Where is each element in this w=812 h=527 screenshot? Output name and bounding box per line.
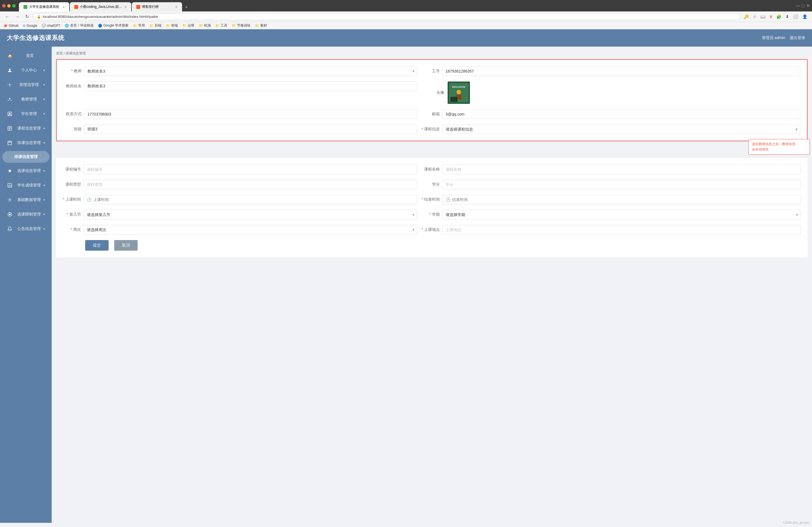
bookmark-scholar[interactable]: 🔵 Google 学术搜索 — [98, 23, 128, 28]
reader-icon[interactable]: 📖 — [759, 14, 767, 20]
bookmark-ops[interactable]: 📁 运维 — [182, 23, 194, 28]
logout-button[interactable]: 退出登录 — [790, 35, 805, 41]
start-time-wrapper[interactable]: 🕐 — [83, 195, 417, 204]
sidebar-label-schedule: 排课信息管理 — [15, 141, 43, 145]
bookmark-github[interactable]: 🐙 Github — [3, 24, 18, 28]
vivaldi-icon[interactable]: V — [768, 14, 773, 19]
minimize-button[interactable] — [7, 4, 11, 8]
password-icon[interactable]: 🔑 — [742, 14, 750, 20]
credit-input[interactable] — [442, 180, 801, 189]
class-input[interactable] — [84, 125, 417, 134]
end-time-input[interactable] — [452, 197, 797, 202]
teacher-label: 教师 — [63, 69, 82, 74]
profile-icon[interactable]: 👤 — [801, 14, 809, 20]
tab-xiaocai[interactable]: 小蔡coding_Java,Linux,前端-C... × — [70, 2, 131, 12]
course-type-input[interactable] — [83, 180, 417, 189]
form-row-name: 教师姓名 头像 EDUCATION — [63, 82, 800, 104]
sidebar-label-admin: 管理员管理 — [15, 82, 43, 87]
bookmark-backend[interactable]: 📁 后端 — [149, 23, 161, 28]
sidebar-item-profile[interactable]: 个人中心 ▾ — [2, 64, 49, 77]
bookmark-star[interactable]: ☆ — [752, 14, 757, 20]
main-layout: 🏠 首页 个人中心 ▾ 管理员管理 ▾ 教师 — [0, 47, 812, 523]
start-time-input[interactable] — [93, 197, 413, 202]
submit-button[interactable]: 提交 — [85, 240, 108, 251]
teacher-name-input[interactable] — [84, 82, 417, 91]
browser-minimize[interactable]: — — [796, 3, 800, 9]
sidebar-item-limit[interactable]: 选课限制管理 ▾ — [2, 208, 49, 221]
sidebar-item-selection[interactable]: 选课信息管理 ▾ — [2, 164, 49, 177]
download-icon[interactable]: ⬇ — [784, 14, 790, 20]
bookmark-material[interactable]: 📁 素材 — [255, 23, 267, 28]
bookmark-frontend[interactable]: 📁 前端 — [166, 23, 178, 28]
bookmark-rhythm[interactable]: 📁 节奏训练 — [232, 23, 250, 28]
browser-chrome: 大学生选修选课系统 × 小蔡coding_Java,Linux,前端-C... … — [0, 0, 812, 29]
scholar-icon: 🔵 — [98, 24, 102, 28]
sidebar-item-teacher[interactable]: 教师管理 ▾ — [2, 93, 49, 106]
sidebar-item-home[interactable]: 🏠 首页 — [2, 49, 49, 62]
sidebar-item-notice[interactable]: 公告信息管理 ▾ — [2, 222, 49, 235]
contact-input[interactable] — [84, 109, 417, 119]
bookmark-common[interactable]: 📁 常用 — [133, 23, 145, 28]
employee-id-input[interactable] — [442, 67, 800, 76]
tab-blog[interactable]: 博客排行榜 × — [132, 2, 182, 12]
svg-point-16 — [9, 199, 11, 201]
bookmark-homepage[interactable]: 🌐 首页丨毕设精选 — [65, 23, 93, 28]
bookmark-chatgpt[interactable]: 💬 chatGPT — [42, 24, 60, 28]
sidebar-item-grade[interactable]: 学生成绩管理 ▾ — [2, 179, 49, 192]
sidebar-label-schedule-active: 排课信息管理 — [7, 155, 45, 159]
teacher-name-group: 教师姓名 — [63, 82, 417, 91]
lesson-select[interactable]: 请选择第几节 — [83, 210, 417, 219]
location-input[interactable] — [442, 225, 801, 234]
teacher-select-wrapper: 教师姓名3 — [84, 67, 417, 76]
tab-close-1[interactable]: × — [62, 5, 65, 9]
window-icon[interactable]: ⬜ — [792, 14, 799, 20]
teacher-info-card: 教师 教师姓名3 工号 教师姓名 — [56, 59, 808, 141]
cancel-button[interactable]: 取消 — [114, 240, 137, 251]
sidebar-item-course[interactable]: 课程信息管理 ▾ — [2, 122, 49, 135]
toolbar-icons: 🔑 ☆ 📖 V 🧩 ⬇ ⬜ 👤 — [742, 14, 809, 20]
chevron-limit: ▾ — [43, 213, 45, 216]
selection-nav-icon — [7, 168, 13, 174]
email-input[interactable] — [442, 109, 800, 119]
app-container: 大学生选修选课系统 管理员 admin 退出登录 🏠 首页 个人中心 ▾ — [0, 29, 812, 523]
email-label: 邮箱 — [422, 112, 440, 117]
sidebar-label-selection: 选课信息管理 — [15, 168, 43, 173]
globe-icon: 🌐 — [65, 24, 69, 28]
close-button[interactable] — [2, 4, 5, 8]
new-tab-button[interactable]: + — [183, 3, 190, 12]
reload-button[interactable]: ↻ — [24, 13, 30, 20]
sidebar-item-schedule-active[interactable]: 排课信息管理 — [2, 151, 49, 163]
sidebar-item-student[interactable]: 学生管理 ▾ — [2, 107, 49, 120]
form-row-lesson: 第几节 请选择第几节 学期 请选择学期 — [63, 210, 801, 219]
extensions-icon[interactable]: 🧩 — [775, 14, 783, 20]
bookmark-google[interactable]: G Google — [23, 24, 37, 28]
back-button[interactable]: ← — [3, 14, 11, 20]
maximize-button[interactable] — [12, 4, 16, 8]
tab-favicon-3 — [136, 5, 140, 9]
svg-rect-9 — [8, 141, 12, 145]
chevron-teacher: ▾ — [43, 98, 45, 101]
end-time-wrapper[interactable]: 🕐 — [442, 195, 801, 204]
forward-button[interactable]: → — [13, 14, 21, 20]
sidebar-item-schedule[interactable]: 排课信息管理 ▾ — [2, 136, 49, 149]
address-bar[interactable]: 🔒 localhost:8080/daxueshengxuanxiuxuanke… — [33, 13, 740, 20]
semester-select[interactable]: 请选择学期 — [442, 210, 801, 219]
sidebar-item-admin[interactable]: 管理员管理 ▾ — [2, 78, 49, 91]
end-time-label: 结束时间 — [422, 197, 440, 202]
teacher-select[interactable]: 教师姓名3 — [84, 67, 417, 76]
course-name-input[interactable] — [442, 165, 801, 174]
tab-daxuesheng[interactable]: 大学生选修选课系统 × — [19, 2, 69, 12]
course-no-input[interactable] — [83, 165, 417, 174]
svg-point-14 — [10, 171, 10, 171]
bookmark-tools[interactable]: 📁 工具 — [215, 23, 227, 28]
lock-icon: 🔒 — [37, 15, 41, 19]
browser-close-window[interactable]: ✕ — [806, 3, 810, 9]
tab-close-3[interactable]: × — [175, 5, 178, 9]
course-info-select[interactable]: 请选择课程信息 — [442, 125, 800, 134]
sidebar-item-basedata[interactable]: 基础数据管理 ▾ — [2, 193, 49, 206]
browser-restore[interactable]: □ — [802, 3, 804, 9]
bookmark-airport[interactable]: 📁 机场 — [199, 23, 211, 28]
tab-close-2[interactable]: × — [125, 5, 127, 9]
chevron-notice: ▾ — [43, 227, 45, 231]
weekday-select[interactable]: 请选择周次 — [83, 225, 417, 234]
